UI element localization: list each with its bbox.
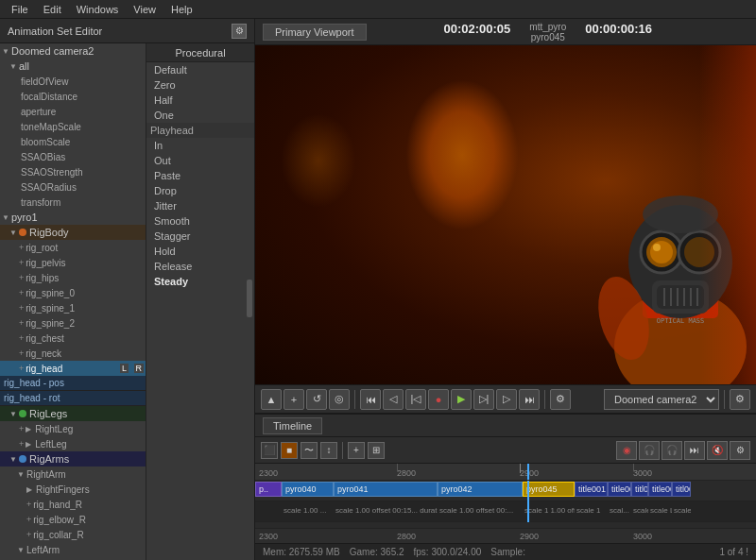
tree-item-tonemapscale[interactable]: toneMapScale (0, 119, 146, 134)
vc-next-frame[interactable]: ▷ (496, 389, 517, 410)
vc-skip-back[interactable]: ⏮ (360, 389, 381, 410)
proc-zero[interactable]: Zero (146, 77, 254, 93)
proc-jitter[interactable]: Jitter (146, 198, 254, 213)
tl-btn-arrows[interactable]: ↕ (320, 442, 337, 459)
rig-head-rot-row[interactable]: rig_head - rot (0, 391, 146, 406)
tree-item-rig-hand-r[interactable]: + rig_hand_R (0, 497, 146, 512)
tree-item-transform[interactable]: transform (0, 195, 146, 210)
proc-half[interactable]: Half (146, 93, 254, 108)
tree-item-bloomscale[interactable]: bloomScale (0, 134, 146, 149)
tree-item-rigbody[interactable]: ▼ RigBody (0, 225, 146, 240)
menu-file[interactable]: File (4, 2, 36, 17)
clip-titl005[interactable]: titl005 (672, 482, 691, 497)
proc-scrollbar[interactable] (247, 280, 252, 317)
vc-skip-fwd[interactable]: ⏭ (519, 389, 540, 410)
tree-arrow: ▶ (26, 485, 36, 494)
vc-arrow-btn[interactable]: ▲ (261, 389, 282, 410)
proc-drop[interactable]: Drop (146, 183, 254, 198)
tree-item-rig-chest[interactable]: + rig_chest (0, 331, 146, 346)
viewport-tab[interactable]: Primary Viewport (263, 24, 367, 41)
tree-item-leftleg[interactable]: + ▶ LeftLeg (0, 436, 146, 451)
vc-refresh-btn[interactable]: ↺ (306, 389, 327, 410)
tree-item-ssaobias[interactable]: SSAOBias (0, 149, 146, 164)
tl-btn-add[interactable]: + (348, 442, 365, 459)
tree-item-rig-pelvis[interactable]: + rig_pelvis (0, 255, 146, 270)
tl-btn-square[interactable]: ⬛ (261, 442, 278, 459)
timeline-tab[interactable]: Timeline (263, 417, 322, 434)
vc-go-end[interactable]: ▷| (473, 389, 494, 410)
proc-in[interactable]: In (146, 138, 254, 153)
proc-paste[interactable]: Paste (146, 168, 254, 183)
tl-settings-btn[interactable]: ⚙ (730, 441, 750, 460)
tl-headphone2-btn[interactable]: 🎧 (662, 441, 682, 460)
menu-help[interactable]: Help (163, 2, 200, 17)
proc-release[interactable]: Release (146, 259, 254, 274)
proc-out[interactable]: Out (146, 153, 254, 168)
vc-circle-btn[interactable]: ◎ (329, 389, 350, 410)
menu-windows[interactable]: Windows (69, 2, 127, 17)
proc-steady[interactable]: Steady (146, 274, 254, 289)
clip-pyro041[interactable]: pyro041 (334, 482, 438, 497)
tree-item-rig-spine1[interactable]: + rig_spine_1 (0, 300, 146, 315)
tree-item-rig-spine2[interactable]: + rig_spine_2 (0, 315, 146, 331)
tl-skip-end-btn[interactable]: ⏭ (684, 441, 705, 460)
vc-viewport-settings[interactable]: ⚙ (730, 389, 750, 410)
tree-item-doomed-camera[interactable]: ▼ Doomed camera2 (0, 43, 146, 59)
tl-mute-btn[interactable]: 🔇 (707, 441, 728, 460)
proc-one[interactable]: One (146, 108, 254, 123)
tree-item-rig-head[interactable]: + rig_head L R (0, 361, 146, 376)
tree-item-rightfingers[interactable]: ▶ RightFingers (0, 482, 146, 497)
clip-label: pyro042 (441, 484, 472, 494)
tree-item-rigarms[interactable]: ▼ RigArms (0, 451, 146, 467)
vc-go-start[interactable]: |◁ (405, 389, 426, 410)
tree-item-ssaoradius[interactable]: SSAORadius (0, 179, 146, 195)
proc-default[interactable]: Default (146, 62, 254, 77)
scale-label-pyro040: scale 1.00 ... (282, 502, 334, 518)
proc-stagger[interactable]: Stagger (146, 229, 254, 244)
tree-item-rig-elbow-r[interactable]: + rig_elbow_R (0, 512, 146, 527)
tree-item-rig-hips[interactable]: + rig_hips (0, 270, 146, 285)
tree-item-riglegs[interactable]: ▼ RigLegs (0, 406, 146, 421)
clip-pyro045[interactable]: pyro045 (523, 482, 575, 497)
clip-title004[interactable]: title004 (648, 482, 672, 497)
clip-title001[interactable]: title001 (575, 482, 608, 497)
vc-prev-frame[interactable]: ◁ (383, 389, 404, 410)
tree-label: RightLeg (35, 424, 73, 434)
tree-item-fieldofview[interactable]: fieldOfView (0, 74, 146, 89)
tree-item-rig-root[interactable]: + rig_root (0, 240, 146, 255)
camera-select[interactable]: Doomed camera2 (604, 389, 719, 410)
tree-item-rig-spine0[interactable]: + rig_spine_0 (0, 285, 146, 300)
menu-view[interactable]: View (126, 2, 163, 17)
proc-smooth[interactable]: Smooth (146, 213, 254, 229)
vc-record[interactable]: ● (428, 389, 449, 410)
tree-item-rightarm[interactable]: ▼ RightArm (0, 467, 146, 482)
tree-item-ssaostrength[interactable]: SSAOStrength (0, 164, 146, 179)
vc-plus-btn[interactable]: + (284, 389, 304, 410)
clip-pyro040[interactable]: pyro040 (282, 482, 334, 497)
tree-item-leftarm[interactable]: ▼ LeftArm (0, 542, 146, 557)
clip-title002[interactable]: title002 (608, 482, 631, 497)
tree-item-all[interactable]: ▼ all (0, 59, 146, 74)
clip-p[interactable]: p.. (255, 482, 282, 497)
tl-record-btn[interactable]: ◉ (616, 441, 637, 460)
clip-pyro042[interactable]: pyro042 (438, 482, 523, 497)
clip-titl0[interactable]: titl0.. (631, 482, 648, 497)
anim-editor-settings-button[interactable]: ⚙ (232, 24, 247, 39)
vc-settings[interactable]: ⚙ (550, 389, 571, 410)
tl-headphone-btn[interactable]: 🎧 (639, 441, 660, 460)
tree-item-focaldistance[interactable]: focalDistance (0, 89, 146, 104)
procedural-tab-label[interactable]: Procedural (175, 47, 225, 59)
tl-btn-grid[interactable]: ⊞ (368, 442, 385, 459)
rig-head-pos-row[interactable]: rig_head - pos (0, 376, 146, 391)
tree-item-rig-neck[interactable]: + rig_neck (0, 346, 146, 361)
tree-item-aperture[interactable]: aperture (0, 104, 146, 119)
menu-edit[interactable]: Edit (36, 2, 69, 17)
tree-item-rig-collar-r[interactable]: + rig_collar_R (0, 527, 146, 542)
tree-label: rig_collar_R (33, 530, 83, 540)
tl-btn-orange[interactable]: ■ (281, 442, 298, 459)
tree-item-pyro1[interactable]: ▼ pyro1 (0, 210, 146, 225)
tl-btn-wave[interactable]: 〜 (301, 442, 318, 459)
tree-item-rightleg[interactable]: + ▶ RightLeg (0, 421, 146, 436)
vc-play[interactable]: ▶ (451, 389, 472, 410)
proc-hold[interactable]: Hold (146, 244, 254, 259)
